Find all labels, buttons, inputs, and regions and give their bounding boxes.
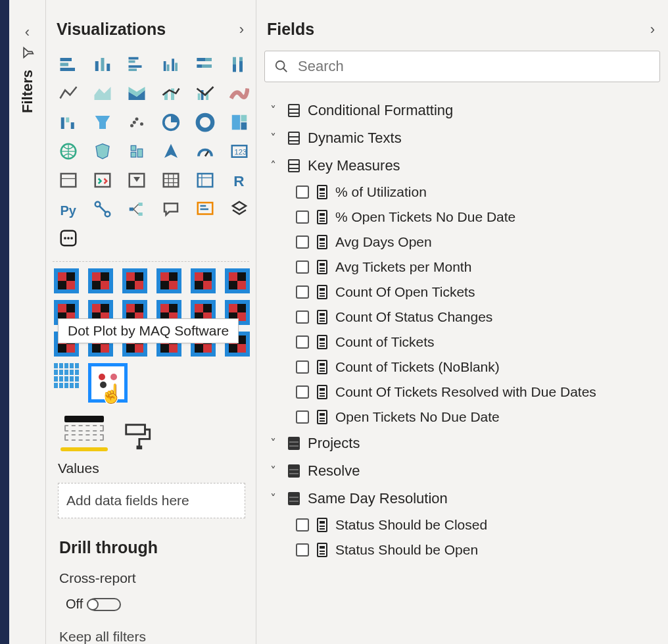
svg-point-39 xyxy=(198,115,213,130)
field-checkbox[interactable] xyxy=(296,285,309,299)
svg-line-80 xyxy=(283,68,287,72)
viz-shape-map-icon[interactable] xyxy=(122,139,151,164)
viz-kpi-icon[interactable] xyxy=(88,168,117,193)
fields-search[interactable] xyxy=(264,51,660,82)
viz-filled-map-icon[interactable] xyxy=(88,139,117,164)
field-checkbox[interactable] xyxy=(296,310,309,324)
viz-r-icon[interactable]: R xyxy=(225,168,254,193)
viz-area-icon[interactable] xyxy=(88,81,117,106)
viz-line-column-icon[interactable] xyxy=(156,81,185,106)
svg-rect-31 xyxy=(66,118,69,123)
viz-clustered-column-icon[interactable] xyxy=(156,52,185,77)
viz-python-icon[interactable]: Py xyxy=(54,197,83,222)
viz-card-icon[interactable]: 123 xyxy=(225,139,254,164)
custom-visual-5[interactable] xyxy=(191,268,216,293)
viz-pie-icon[interactable] xyxy=(156,110,185,135)
viz-ribbon-icon[interactable] xyxy=(225,81,254,106)
table-row[interactable]: ˄Key Measures xyxy=(263,152,661,180)
viz-scatter-icon[interactable] xyxy=(122,110,151,135)
filters-expand-icon[interactable]: ‹ xyxy=(25,24,30,41)
chevron-down-icon[interactable]: ˅ xyxy=(266,491,280,506)
viz-multi-card-icon[interactable] xyxy=(54,168,83,193)
field-row[interactable]: % Open Tickets No Due Date xyxy=(263,205,661,230)
viz-map-icon[interactable] xyxy=(54,139,83,164)
viz-line-clustered-icon[interactable] xyxy=(191,81,220,106)
custom-visual-2[interactable] xyxy=(88,268,113,293)
viz-treemap-icon[interactable] xyxy=(225,110,254,135)
svg-rect-21 xyxy=(239,61,243,72)
field-checkbox[interactable] xyxy=(296,260,309,274)
viz-funnel-icon[interactable] xyxy=(88,110,117,135)
viz-qa-icon[interactable] xyxy=(156,197,185,222)
table-row[interactable]: ˅Same Day Resolution xyxy=(263,485,661,512)
viz-100-column-icon[interactable] xyxy=(225,52,254,77)
viz-donut-icon[interactable] xyxy=(191,110,220,135)
field-checkbox[interactable] xyxy=(296,543,309,557)
viz-stacked-bar-icon[interactable] xyxy=(54,52,83,77)
field-row[interactable]: Avg Days Open xyxy=(263,230,661,255)
viz-100-bar-icon[interactable] xyxy=(191,52,220,77)
field-row[interactable]: % of Utilization xyxy=(263,180,661,205)
field-row[interactable]: Count Of Tickets Resolved with Due Dates xyxy=(263,380,661,405)
folder-icon xyxy=(288,437,300,450)
custom-visual-1[interactable] xyxy=(54,268,79,293)
chevron-down-icon[interactable]: ˅ xyxy=(266,131,280,145)
filters-funnel-icon[interactable] xyxy=(21,46,34,59)
format-tab-icon[interactable] xyxy=(122,421,153,451)
chevron-up-icon[interactable]: ˄ xyxy=(266,159,280,173)
viz-azure-map-icon[interactable] xyxy=(156,139,185,164)
field-checkbox[interactable] xyxy=(296,186,309,199)
field-checkbox[interactable] xyxy=(296,235,309,249)
viz-decomposition-icon[interactable] xyxy=(122,197,151,222)
values-drop-zone[interactable]: Add data fields here xyxy=(58,483,245,518)
viz-clustered-bar-icon[interactable] xyxy=(122,52,151,77)
field-row[interactable]: Count Of Status Changes xyxy=(263,305,661,330)
field-row[interactable]: Count of Tickets (NoBlank) xyxy=(263,355,661,380)
custom-visual-dotgrid[interactable] xyxy=(54,363,79,388)
field-label: Open Tickets No Due Date xyxy=(335,409,500,425)
table-row[interactable]: ˅Dynamic Texts xyxy=(263,124,661,152)
chevron-down-icon[interactable]: ˅ xyxy=(266,103,280,118)
field-row[interactable]: Open Tickets No Due Date xyxy=(263,405,661,430)
viz-stacked-area-icon[interactable] xyxy=(122,81,151,106)
field-row[interactable]: Count of Tickets xyxy=(263,330,661,355)
viz-gauge-icon[interactable] xyxy=(191,139,220,164)
svg-rect-30 xyxy=(61,118,64,130)
table-row[interactable]: ˅Resolve xyxy=(263,457,661,485)
field-checkbox[interactable] xyxy=(296,410,309,424)
viz-table-icon[interactable] xyxy=(156,168,185,193)
custom-visual-3[interactable] xyxy=(122,268,147,293)
viz-narrative-icon[interactable] xyxy=(191,197,220,222)
fields-collapse-icon[interactable]: › xyxy=(650,21,655,38)
viz-more-icon[interactable] xyxy=(54,226,83,251)
field-row[interactable]: Status Should be Open xyxy=(263,537,661,562)
field-row[interactable]: Status Should be Closed xyxy=(263,512,661,537)
viz-key-influencers-icon[interactable] xyxy=(88,197,117,222)
chevron-down-icon[interactable]: ˅ xyxy=(266,464,280,478)
field-checkbox[interactable] xyxy=(296,518,309,532)
viz-paginated-icon[interactable] xyxy=(225,197,254,222)
cross-report-toggle[interactable] xyxy=(88,598,121,611)
viz-slicer-icon[interactable] xyxy=(122,168,151,193)
table-row[interactable]: ˅Projects xyxy=(263,430,661,457)
custom-visual-4[interactable] xyxy=(156,268,181,293)
custom-visual-dot-plot-selected[interactable]: ☝ xyxy=(88,363,128,403)
field-checkbox[interactable] xyxy=(296,335,309,349)
visualizations-collapse-icon[interactable]: › xyxy=(239,21,244,38)
viz-waterfall-icon[interactable] xyxy=(54,110,83,135)
field-row[interactable]: Count Of Open Tickets xyxy=(263,280,661,305)
table-icon xyxy=(288,159,300,172)
field-checkbox[interactable] xyxy=(296,211,309,224)
viz-line-icon[interactable] xyxy=(54,81,83,106)
viz-stacked-column-icon[interactable] xyxy=(88,52,117,77)
viz-matrix-icon[interactable] xyxy=(191,168,220,193)
fields-search-input[interactable] xyxy=(298,58,650,75)
custom-visual-6[interactable] xyxy=(225,268,250,293)
filters-label[interactable]: Filters xyxy=(19,70,36,113)
field-checkbox[interactable] xyxy=(296,385,309,399)
table-row[interactable]: ˅Conditional Formatting xyxy=(263,97,661,124)
fields-well-tab[interactable] xyxy=(60,416,108,451)
chevron-down-icon[interactable]: ˅ xyxy=(266,436,280,451)
field-row[interactable]: Avg Tickets per Month xyxy=(263,255,661,280)
field-checkbox[interactable] xyxy=(296,360,309,374)
